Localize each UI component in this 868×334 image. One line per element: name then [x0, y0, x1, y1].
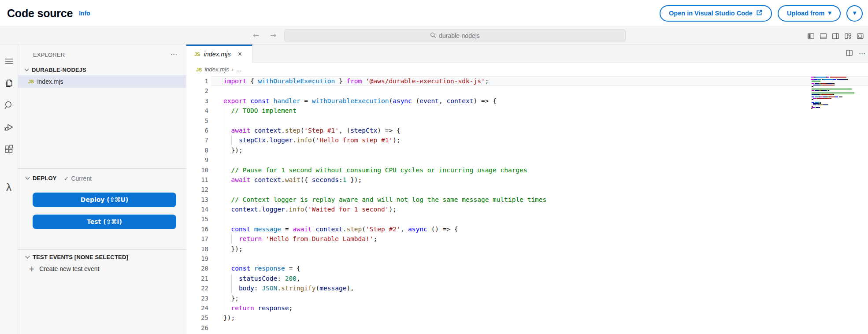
upload-from-button[interactable]: Upload from ▼	[778, 5, 841, 22]
line-number[interactable]: 11	[186, 175, 208, 185]
js-file-icon: JS	[28, 79, 34, 84]
code-line[interactable]: });	[223, 244, 811, 254]
run-debug-icon[interactable]	[0, 116, 18, 138]
code-line[interactable]: stepCtx.logger.info('Hello from step #1'…	[223, 135, 811, 145]
line-number[interactable]: 1	[186, 76, 208, 86]
test-events-header[interactable]: TEST EVENTS [NONE SELECTED]	[18, 254, 186, 260]
code-line[interactable]	[223, 254, 811, 263]
breadcrumb[interactable]: JS index.mjs › …	[186, 63, 868, 76]
search-view-icon[interactable]	[0, 94, 18, 116]
line-number[interactable]: 8	[186, 145, 208, 155]
workbench: λ EXPLORER ⋯ DURABLE-NODEJS JS index.mjs	[0, 45, 868, 334]
code-line[interactable]: await context.wait({ seconds:1 });	[223, 175, 811, 185]
line-number[interactable]: 15	[186, 214, 208, 224]
search-input[interactable]: durable-nodejs	[284, 29, 626, 42]
minimap[interactable]	[811, 77, 859, 111]
editor-group: JS index.mjs × ⋯ JS index.mjs › …	[186, 45, 868, 334]
code-line[interactable]	[223, 185, 811, 194]
toggle-panel-icon[interactable]	[820, 33, 827, 40]
code-line[interactable]: // Context logger is replay aware and wi…	[223, 195, 811, 204]
close-tab-icon[interactable]: ×	[238, 51, 242, 58]
line-number[interactable]: 10	[186, 165, 208, 175]
code-line[interactable]: const message = await context.step('Step…	[223, 224, 811, 234]
fullscreen-icon[interactable]	[857, 33, 864, 40]
search-value: durable-nodejs	[439, 32, 480, 39]
explorer-more-actions-icon[interactable]: ⋯	[171, 51, 177, 59]
line-number[interactable]: 23	[186, 293, 208, 303]
line-number[interactable]: 9	[186, 155, 208, 165]
code-line[interactable]: });	[223, 145, 811, 155]
line-number[interactable]: 19	[186, 254, 208, 263]
line-number[interactable]: 24	[186, 303, 208, 313]
line-number[interactable]: 12	[186, 185, 208, 194]
explorer-sidebar: EXPLORER ⋯ DURABLE-NODEJS JS index.mjs D…	[18, 45, 186, 334]
more-header-actions-button[interactable]: ▼	[846, 5, 863, 22]
code-line[interactable]: body: JSON.stringify(message),	[223, 283, 811, 293]
line-number[interactable]: 20	[186, 263, 208, 273]
customize-layout-icon[interactable]	[844, 33, 852, 40]
deploy-section-header[interactable]: DEPLOY ✓Current	[18, 175, 186, 182]
line-number[interactable]: 2	[186, 86, 208, 96]
line-number[interactable]: 25	[186, 313, 208, 323]
explorer-icon[interactable]	[0, 72, 18, 94]
code-line[interactable]	[223, 155, 811, 165]
breadcrumb-separator: ›	[231, 66, 233, 73]
deploy-button[interactable]: Deploy (⇧⌘U)	[33, 193, 176, 207]
create-test-event-item[interactable]: + Create new test event	[18, 264, 186, 273]
navigate-forward-icon[interactable]: →	[270, 31, 276, 40]
code-line[interactable]	[223, 86, 811, 96]
toggle-secondary-sidebar-icon[interactable]	[832, 33, 839, 40]
activity-bar: λ	[0, 45, 18, 334]
line-number-gutter: 1234567891011121314151617181920212223242…	[186, 76, 208, 333]
line-number[interactable]: 7	[186, 135, 208, 145]
tree-file-index-mjs[interactable]: JS index.mjs	[18, 75, 186, 88]
code-line[interactable]: });	[223, 313, 811, 323]
breadcrumb-symbol[interactable]: …	[236, 66, 242, 73]
menu-icon[interactable]	[0, 50, 18, 72]
code-line[interactable]: await context.step('Step #1', (stepCtx) …	[223, 126, 811, 135]
split-editor-icon[interactable]	[846, 49, 853, 58]
code-line[interactable]: statusCode: 200,	[223, 274, 811, 283]
line-number[interactable]: 21	[186, 274, 208, 283]
toggle-primary-sidebar-icon[interactable]	[807, 33, 815, 40]
code-line[interactable]: return response;	[223, 303, 811, 313]
more-editor-actions-icon[interactable]: ⋯	[859, 50, 865, 58]
code-editor[interactable]: 1234567891011121314151617181920212223242…	[186, 76, 868, 334]
aws-lambda-icon[interactable]: λ	[0, 177, 18, 199]
external-link-icon	[756, 9, 763, 17]
line-number[interactable]: 17	[186, 234, 208, 244]
editor-actions: ⋯	[846, 45, 865, 63]
info-link[interactable]: Info	[79, 10, 90, 17]
line-number[interactable]: 3	[186, 96, 208, 106]
code-line[interactable]: };	[223, 293, 811, 303]
line-number[interactable]: 18	[186, 244, 208, 254]
line-number[interactable]: 22	[186, 283, 208, 293]
test-button[interactable]: Test (⇧⌘I)	[33, 215, 176, 229]
extensions-icon[interactable]	[0, 138, 18, 160]
deploy-title: DEPLOY	[33, 175, 57, 182]
navigate-back-icon[interactable]: ←	[253, 31, 259, 40]
tree-folder-durable-nodejs[interactable]: DURABLE-NODEJS	[18, 64, 186, 75]
code-line[interactable]: // Pause for 1 second without consuming …	[223, 165, 811, 175]
line-number[interactable]: 26	[186, 323, 208, 333]
editor-toolbar: ← → durable-nodejs	[0, 26, 868, 45]
code-content[interactable]: import { withDurableExecution } from '@a…	[223, 76, 811, 333]
line-number[interactable]: 6	[186, 126, 208, 135]
code-line[interactable]: context.logger.info('Waited for 1 second…	[223, 204, 811, 214]
code-line[interactable]: export const handler = withDurableExecut…	[223, 96, 811, 106]
code-line[interactable]	[223, 323, 811, 333]
code-line[interactable]: const response = {	[223, 263, 811, 273]
line-number[interactable]: 4	[186, 106, 208, 115]
line-number[interactable]: 16	[186, 224, 208, 234]
open-in-vscode-button[interactable]: Open in Visual Studio Code	[660, 5, 772, 22]
line-number[interactable]: 14	[186, 204, 208, 214]
tab-index-mjs[interactable]: JS index.mjs ×	[186, 45, 252, 63]
line-number[interactable]: 5	[186, 116, 208, 126]
code-line[interactable]	[223, 116, 811, 126]
line-number[interactable]: 13	[186, 195, 208, 204]
breadcrumb-file[interactable]: index.mjs	[204, 66, 229, 73]
code-line[interactable]: // TODO implement	[223, 106, 811, 115]
code-line[interactable]	[223, 214, 811, 224]
code-line[interactable]: import { withDurableExecution } from '@a…	[223, 76, 811, 86]
code-line[interactable]: return 'Hello from Durable Lambda!';	[223, 234, 811, 244]
